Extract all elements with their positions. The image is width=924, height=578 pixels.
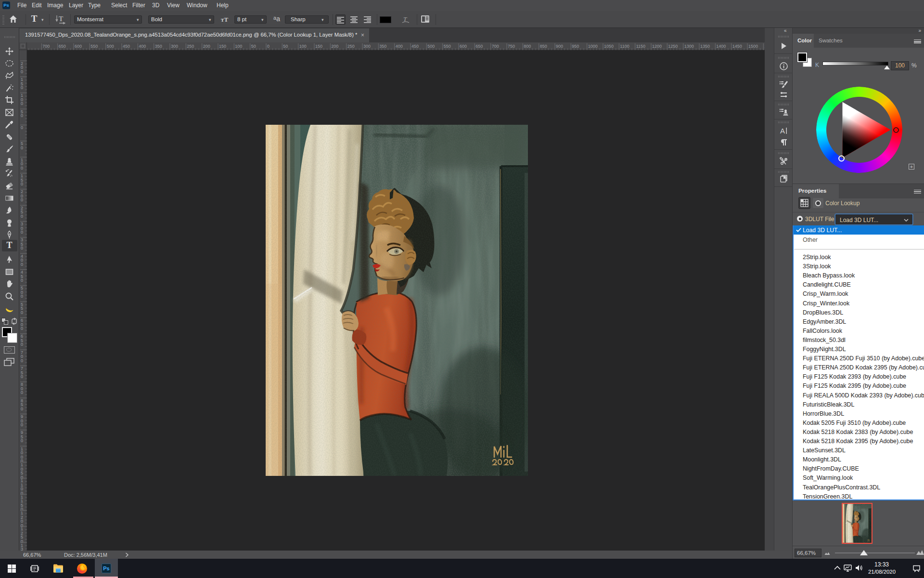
svg-text:600: 600	[460, 44, 467, 49]
svg-text:450: 450	[411, 44, 419, 49]
svg-text:250: 250	[347, 44, 355, 49]
svg-text:0: 0	[21, 101, 23, 106]
svg-text:1200: 1200	[652, 44, 662, 49]
svg-text:1350: 1350	[700, 44, 710, 49]
svg-text:0: 0	[21, 85, 23, 90]
svg-text:250: 250	[187, 44, 194, 49]
svg-text:450: 450	[123, 44, 130, 49]
svg-text:1500: 1500	[748, 44, 758, 49]
svg-text:150: 150	[219, 44, 226, 49]
svg-text:700: 700	[42, 44, 50, 49]
svg-text:650: 650	[475, 44, 483, 49]
svg-text:50: 50	[251, 44, 256, 49]
svg-text:1100: 1100	[620, 44, 629, 49]
svg-text:1000: 1000	[588, 44, 598, 49]
svg-text:0: 0	[21, 214, 23, 219]
svg-text:0: 0	[21, 294, 23, 299]
svg-text:750: 750	[508, 44, 515, 49]
svg-text:0: 0	[21, 310, 23, 315]
svg-text:1450: 1450	[732, 44, 742, 49]
svg-text:200: 200	[203, 44, 210, 49]
svg-text:500: 500	[427, 44, 435, 49]
svg-text:0: 0	[21, 278, 23, 283]
svg-text:350: 350	[379, 44, 386, 49]
svg-text:0: 0	[21, 390, 23, 395]
svg-text:900: 900	[556, 44, 563, 49]
svg-text:500: 500	[107, 44, 114, 49]
svg-text:0: 0	[21, 374, 23, 379]
svg-text:950: 950	[572, 44, 579, 49]
svg-text:50: 50	[283, 44, 288, 49]
svg-text:650: 650	[59, 44, 66, 49]
svg-text:0: 0	[267, 44, 270, 49]
svg-text:100: 100	[299, 44, 307, 49]
svg-text:T: T	[59, 15, 64, 23]
svg-text:700: 700	[492, 44, 499, 49]
svg-text:400: 400	[396, 44, 403, 49]
svg-text:0: 0	[21, 197, 23, 202]
svg-text:0: 0	[21, 326, 23, 331]
svg-text:0: 0	[21, 113, 23, 118]
svg-text:350: 350	[155, 44, 162, 49]
svg-text:0: 0	[21, 342, 23, 347]
svg-text:300: 300	[363, 44, 371, 49]
svg-text:150: 150	[315, 44, 322, 49]
svg-text:0: 0	[21, 230, 23, 235]
svg-text:0: 0	[21, 246, 23, 250]
svg-text:1250: 1250	[668, 44, 678, 49]
svg-text:3: 3	[21, 547, 23, 551]
svg-text:550: 550	[90, 44, 98, 49]
svg-text:1300: 1300	[684, 44, 694, 49]
svg-text:0: 0	[21, 407, 23, 411]
svg-text:0: 0	[21, 182, 23, 186]
svg-text:300: 300	[171, 44, 178, 49]
svg-text:0: 0	[21, 145, 23, 150]
svg-text:400: 400	[139, 44, 146, 49]
svg-text:0: 0	[21, 358, 23, 363]
svg-text:800: 800	[524, 44, 531, 49]
svg-text:0: 0	[21, 262, 23, 267]
svg-text:0: 0	[21, 125, 23, 130]
svg-text:1050: 1050	[604, 44, 614, 49]
svg-text:850: 850	[540, 44, 547, 49]
svg-text:A: A	[780, 127, 785, 135]
svg-text:100: 100	[235, 44, 242, 49]
svg-text:1400: 1400	[716, 44, 726, 49]
svg-text:1150: 1150	[636, 44, 645, 49]
svg-text:550: 550	[444, 44, 451, 49]
svg-text:0: 0	[21, 438, 23, 443]
svg-text:0: 0	[21, 422, 23, 427]
svg-text:600: 600	[75, 44, 82, 49]
svg-text:200: 200	[331, 44, 338, 49]
svg-text:0: 0	[21, 166, 23, 171]
svg-text:0: 0	[21, 69, 23, 74]
